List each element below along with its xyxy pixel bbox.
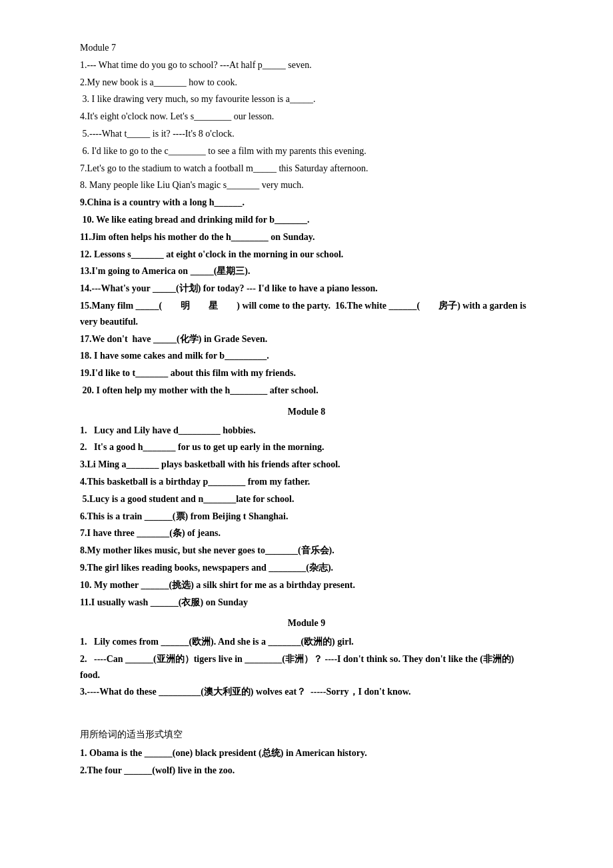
line-item: 14.---What's your _____(计划) for today? -… — [80, 281, 533, 297]
line-item: 13.I'm going to America on _____(星期三). — [80, 263, 533, 279]
line-item: 8.My mother likes music, but she never g… — [80, 543, 533, 559]
line-item: 19.I'd like to t_______ about this film … — [80, 365, 533, 381]
line-item: 11.I usually wash ______(衣服) on Sunday — [80, 595, 533, 611]
line-item: 2.My new book is a_______ how to cook. — [80, 75, 533, 91]
line-item: 4.This basketball is a birthday p_______… — [80, 474, 533, 490]
module8-lines: 1. Lucy and Lily have d_________ hobbies… — [80, 423, 533, 611]
module9-header: Module 9 — [80, 615, 533, 631]
line-item: 1. Lily comes from ______(欧洲). And she i… — [80, 634, 533, 650]
footer-line-item: 2.The four ______(wolf) live in the zoo. — [80, 763, 533, 779]
line-item: 6.This is a train ______(票) from Beijing… — [80, 509, 533, 525]
line-item: 5.Lucy is a good student and n_______lat… — [80, 491, 533, 507]
line-item: 6. I'd like to go to the c________ to se… — [80, 143, 533, 159]
line-item: 3.Li Ming a_______ plays basketball with… — [80, 457, 533, 473]
line-item: 12. Lessons s_______ at eight o'clock in… — [80, 247, 533, 263]
line-item: 15.Many film _____( 明 星 ) will come to t… — [80, 298, 533, 330]
line-item: 9.China is a country with a long h______… — [80, 195, 533, 211]
module7-lines: 1.--- What time do you go to school? ---… — [80, 57, 533, 399]
line-item: 17.We don't have _____(化学) in Grade Seve… — [80, 331, 533, 347]
line-item: 2. ----Can ______(亚洲的）tigers live in ___… — [80, 651, 533, 683]
module7-header: Module 7 — [80, 40, 533, 56]
line-item: 10. My mother ______(挑选) a silk shirt fo… — [80, 577, 533, 593]
module9-lines: 1. Lily comes from ______(欧洲). And she i… — [80, 634, 533, 700]
module8-header: Module 8 — [80, 404, 533, 420]
line-item: 7.Let's go to the stadium to watch a foo… — [80, 161, 533, 177]
footer-title: 用所给词的适当形式填空 — [80, 727, 533, 743]
line-item: 7.I have three _______(条) of jeans. — [80, 525, 533, 541]
line-item: 1. Lucy and Lily have d_________ hobbies… — [80, 423, 533, 439]
footer-section: 用所给词的适当形式填空 1. Obama is the ______(one) … — [80, 727, 533, 778]
line-item: 8. Many people like Liu Qian's magic s__… — [80, 177, 533, 193]
line-item: 9.The girl likes reading books, newspape… — [80, 560, 533, 576]
line-item: 5.----What t_____ is it? ----It's 8 o'cl… — [80, 126, 533, 142]
line-item: 3. I like drawing very much, so my favou… — [80, 91, 533, 107]
line-item: 1.--- What time do you go to school? ---… — [80, 57, 533, 73]
line-item: 4.It's eight o'clock now. Let's s_______… — [80, 109, 533, 125]
line-item: 18. I have some cakes and milk for b____… — [80, 348, 533, 364]
footer-line-item: 1. Obama is the ______(one) black presid… — [80, 745, 533, 761]
line-item: 10. We like eating bread and drinking mi… — [80, 212, 533, 228]
main-content: Module 7 1.--- What time do you go to sc… — [80, 40, 533, 779]
line-item: 2. It's a good h_______ for us to get up… — [80, 439, 533, 455]
line-item: 3.----What do these _________(澳大利亚的) wol… — [80, 684, 533, 700]
line-item: 11.Jim often helps his mother do the h__… — [80, 229, 533, 245]
line-item: 20. I often help my mother with the h___… — [80, 383, 533, 399]
